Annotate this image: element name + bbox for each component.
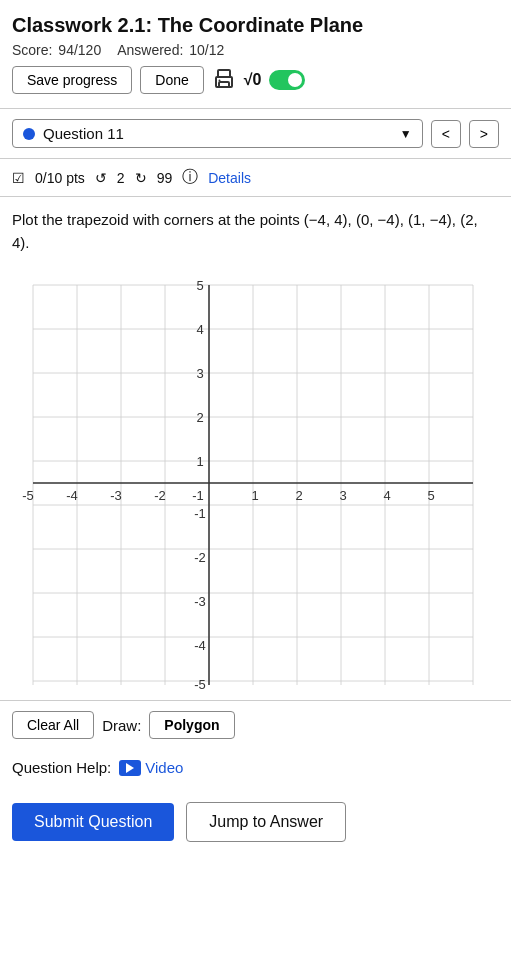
graph-container[interactable]: .grid-line { stroke: #ccc; stroke-width:… [12,270,499,700]
svg-text:-1: -1 [194,506,206,521]
save-progress-button[interactable]: Save progress [12,66,132,94]
svg-text:1: 1 [251,488,258,503]
chevron-down-icon: ▼ [400,127,412,141]
undo-icon[interactable]: ↺ [95,170,107,186]
svg-text:5: 5 [196,278,203,293]
svg-text:2: 2 [196,410,203,425]
video-link[interactable]: Video [119,759,183,776]
question-text: Plot the trapezoid with corners at the p… [12,209,499,254]
question-label: Question 11 [43,125,124,142]
svg-text:1: 1 [196,454,203,469]
question-nav: Question 11 ▼ < > [0,109,511,159]
question-help: Question Help: Video [0,749,511,786]
graph-controls: Clear All Draw: Polygon [0,700,511,749]
next-question-button[interactable]: > [469,120,499,148]
video-icon [119,760,141,776]
jump-to-answer-button[interactable]: Jump to Answer [186,802,346,842]
pts-value: 0/10 pts [35,170,85,186]
polygon-button[interactable]: Polygon [149,711,234,739]
svg-text:-3: -3 [110,488,122,503]
video-label: Video [145,759,183,776]
bottom-buttons: Submit Question Jump to Answer [0,786,511,858]
svg-point-3 [218,80,220,82]
coordinate-graph[interactable]: .grid-line { stroke: #ccc; stroke-width:… [12,270,499,700]
redo-count: 99 [157,170,173,186]
redo-icon[interactable]: ↻ [135,170,147,186]
v0-badge: √0 [244,71,262,89]
submit-question-button[interactable]: Submit Question [12,803,174,841]
svg-text:3: 3 [196,366,203,381]
svg-text:5: 5 [427,488,434,503]
help-label: Question Help: [12,759,111,776]
svg-text:-3: -3 [194,594,206,609]
draw-label: Draw: [102,717,141,734]
done-button[interactable]: Done [140,66,203,94]
svg-text:-5: -5 [22,488,34,503]
svg-rect-2 [219,82,229,87]
svg-text:-4: -4 [66,488,78,503]
undo-count: 2 [117,170,125,186]
svg-rect-0 [218,70,230,77]
svg-text:-5: -5 [194,677,206,692]
toolbar: Save progress Done √0 [12,66,499,94]
page-title: Classwork 2.1: The Coordinate Plane [12,12,499,38]
svg-text:-2: -2 [194,550,206,565]
print-icon[interactable] [212,68,236,92]
clear-all-button[interactable]: Clear All [12,711,94,739]
question-selector[interactable]: Question 11 ▼ [12,119,423,148]
header: Classwork 2.1: The Coordinate Plane Scor… [0,0,511,108]
pts-icon: ☑ [12,170,25,186]
question-body: Plot the trapezoid with corners at the p… [0,197,511,270]
prev-question-button[interactable]: < [431,120,461,148]
v0-toggle[interactable] [269,70,305,90]
answered-label: Answered: 10/12 [117,42,224,58]
pts-row: ☑ 0/10 pts ↺ 2 ↻ 99 ⓘ Details [0,159,511,197]
svg-text:-1: -1 [192,488,204,503]
info-icon: ⓘ [182,167,198,188]
svg-text:-4: -4 [194,638,206,653]
svg-text:3: 3 [339,488,346,503]
svg-text:4: 4 [196,322,203,337]
score-label: Score: 94/120 [12,42,101,58]
score-row: Score: 94/120 Answered: 10/12 [12,42,499,58]
question-dot [23,128,35,140]
details-link[interactable]: Details [208,170,251,186]
svg-text:2: 2 [295,488,302,503]
svg-text:-2: -2 [154,488,166,503]
svg-text:4: 4 [383,488,390,503]
